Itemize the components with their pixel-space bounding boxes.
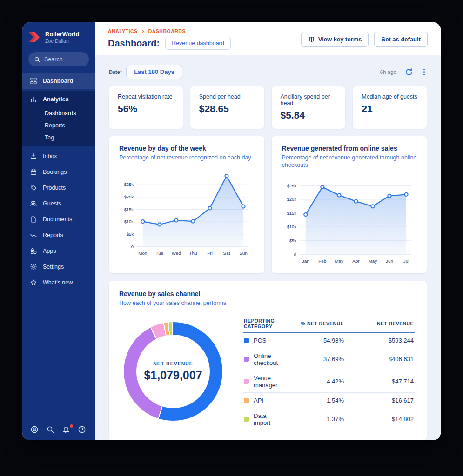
sidebar-item-label: Dashboard	[43, 78, 73, 85]
search-input[interactable]	[44, 56, 83, 63]
category-name: Data import	[254, 412, 283, 426]
category-name: Venue manager	[254, 375, 283, 389]
filter-toolbar: Date* Last 180 Days 6h ago	[109, 65, 427, 79]
category-swatch	[244, 338, 249, 343]
x-tick-label: Sat	[223, 251, 230, 256]
pct-net-revenue-cell: 1.37%	[283, 416, 344, 423]
date-range-dropdown[interactable]: Last 180 Days	[126, 65, 182, 79]
more-options-icon[interactable]	[422, 68, 427, 76]
sidebar-footer	[22, 425, 95, 435]
sales-channel-table: REPORTING CATEGORY% NET REVENUENET REVEN…	[243, 312, 415, 431]
y-tick-label: $10k	[287, 224, 296, 229]
x-tick-label: May	[335, 258, 343, 264]
donut-center-value: $1,079,007	[144, 369, 202, 382]
brand: RollerWorld Zoe Dallan	[22, 22, 95, 46]
chart-subtitle: Percentage of net revenue generated thro…	[282, 154, 418, 169]
breadcrumb-dashboards[interactable]: DASHBOARDS	[148, 28, 186, 34]
sidebar-item-whats-new[interactable]: What's new	[22, 275, 95, 291]
kpi-card: Spend per head$28.65	[190, 86, 264, 129]
help-icon	[78, 425, 86, 434]
tag-icon	[30, 184, 37, 192]
x-tick-label: Apr	[352, 258, 360, 264]
book-icon	[308, 36, 315, 43]
chart-subtitle: Percentage of net revenue recognized on …	[119, 154, 255, 161]
y-tick-label: $15k	[287, 210, 296, 215]
data-point	[225, 174, 228, 178]
kpi-label: Repeat visitation rate	[118, 93, 174, 100]
dashboard-selector-chip[interactable]: Revenue dashboard	[165, 37, 231, 50]
y-tick-label: $20k	[287, 197, 296, 202]
data-point	[354, 199, 357, 203]
category-cell: Data import	[244, 412, 283, 426]
donut-center-label: NET REVENUE	[153, 361, 193, 366]
sidebar-item-apps[interactable]: Apps	[22, 243, 95, 259]
page-header: ANALYTICS DASHBOARDS Dashboard: Revenue …	[95, 22, 441, 55]
sales-channel-donut: NET REVENUE $1,079,007	[124, 322, 222, 421]
users-icon	[30, 200, 37, 207]
profile-icon	[30, 425, 39, 434]
data-point	[208, 206, 211, 210]
page-title: Dashboard:	[108, 38, 160, 49]
view-key-terms-button[interactable]: View key terms	[301, 32, 369, 47]
search-icon[interactable]	[46, 425, 55, 435]
sidebar-item-label: Analytics	[43, 96, 69, 103]
y-tick-label: $5k	[289, 238, 296, 243]
profile-icon[interactable]	[30, 425, 40, 435]
sidebar-search[interactable]	[28, 52, 89, 66]
category-swatch	[244, 416, 249, 422]
brand-name: RollerWorld	[45, 31, 79, 38]
set-as-default-button[interactable]: Set as default	[374, 32, 428, 47]
sidebar-item-dashboard[interactable]: Dashboard	[22, 73, 95, 89]
trend-icon	[30, 231, 37, 239]
sidebar-item-reports[interactable]: Reports	[22, 227, 95, 243]
category-cell: Online checkout	[244, 352, 283, 366]
refresh-icon[interactable]	[405, 68, 413, 76]
sidebar-subitem-tag[interactable]: Tag	[22, 132, 95, 144]
kpi-label: Ancillary spend per head	[281, 93, 337, 106]
sidebar-item-label: Inbox	[43, 153, 57, 160]
help-icon[interactable]	[78, 425, 87, 435]
x-tick-label: Mon	[138, 251, 147, 256]
apps-icon	[30, 247, 37, 255]
y-tick-label: 0	[131, 244, 134, 249]
y-tick-label: $20k	[124, 194, 134, 199]
data-point	[304, 212, 307, 216]
x-tick-label: Wed	[172, 251, 181, 256]
sidebar-item-guests[interactable]: Guests	[22, 196, 95, 212]
table-header-row: REPORTING CATEGORY% NET REVENUENET REVEN…	[243, 314, 415, 333]
table-row: POS54.98%$593,244	[243, 333, 415, 348]
x-tick-label: May	[368, 258, 377, 264]
table-row: Data import1.37%$14,802	[243, 408, 415, 430]
x-tick-label: Jan	[302, 258, 309, 264]
online-sales-chart: 0$5k$10k$15k$20k$25kJanFebMayAprMayJunJu…	[282, 173, 418, 269]
document-icon	[30, 216, 37, 223]
x-tick-label: Sun	[239, 251, 248, 256]
breadcrumb-analytics[interactable]: ANALYTICS	[108, 28, 138, 34]
kpi-card: Ancillary spend per head$5.84	[272, 86, 346, 129]
sidebar-item-analytics[interactable]: Analytics	[22, 92, 95, 107]
sidebar-item-bookings[interactable]: Bookings	[22, 164, 95, 180]
chart-title: Revenue by sales channel	[119, 290, 415, 298]
star-icon	[30, 279, 37, 286]
sidebar-item-documents[interactable]: Documents	[22, 212, 95, 227]
dashboard-content: Date* Last 180 Days 6h ago Repeat visita…	[95, 55, 441, 440]
sidebar-item-settings[interactable]: Settings	[22, 259, 95, 275]
notifications-icon[interactable]	[62, 425, 71, 435]
x-tick-label: Fri	[207, 251, 213, 256]
table-header-cell: % NET REVENUE	[283, 321, 344, 326]
sidebar-subitem-dashboards[interactable]: Dashboards	[22, 107, 95, 119]
sidebar-item-products[interactable]: Products	[22, 180, 95, 196]
net-revenue-cell: $593,244	[344, 337, 414, 344]
data-point	[337, 193, 341, 197]
last-updated-text: 6h ago	[380, 69, 396, 75]
category-swatch	[244, 357, 249, 362]
sidebar-subitem-reports-sub[interactable]: Reports	[22, 119, 95, 132]
y-tick-label: 0	[294, 251, 296, 257]
sidebar-item-inbox[interactable]: Inbox	[22, 148, 95, 164]
y-tick-label: $10k	[124, 219, 134, 225]
data-point	[174, 219, 178, 222]
kpi-row: Repeat visitation rate56%Spend per head$…	[109, 86, 427, 129]
date-filter-label: Date*	[109, 69, 122, 75]
gear-icon	[30, 263, 37, 271]
pct-net-revenue-cell: 4.42%	[283, 378, 344, 385]
